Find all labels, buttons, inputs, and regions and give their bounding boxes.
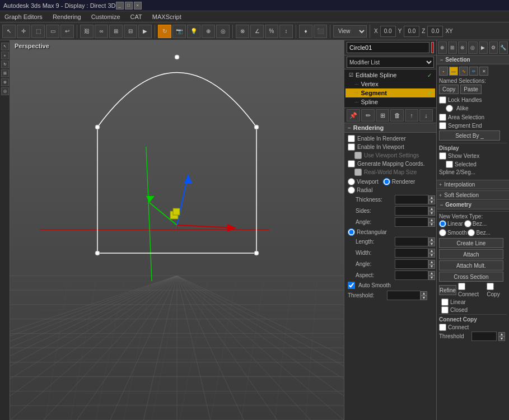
angle-radial-down[interactable]: ▼ <box>428 222 435 227</box>
panel-icon3[interactable]: ⊗ <box>458 41 467 54</box>
length-down[interactable]: ▼ <box>428 242 435 246</box>
tool-move[interactable]: ✛ <box>17 25 30 38</box>
menu-cat[interactable]: CAT <box>128 13 144 20</box>
thickness-input[interactable]: 1.0 <box>395 195 428 204</box>
aspect-up[interactable]: ▲ <box>428 271 435 276</box>
segment-icon[interactable]: — <box>449 67 458 76</box>
refine-copy-check[interactable] <box>487 283 494 290</box>
angle-radial-input[interactable]: 0.0 <box>395 217 428 227</box>
ls-scale[interactable]: ⊞ <box>1 69 9 77</box>
tool-bind[interactable]: ∞ <box>95 25 108 38</box>
tool-render[interactable]: ⬛ <box>314 25 327 38</box>
modifier-spline[interactable]: ··· Spline <box>345 97 435 106</box>
stack-delete[interactable]: 🗑 <box>390 109 404 122</box>
tool-camera[interactable]: 📷 <box>172 25 186 38</box>
modifier-list-select[interactable]: Modifier List <box>347 57 434 68</box>
panel-icon2[interactable]: ⊞ <box>448 41 457 54</box>
vertex-icon[interactable]: • <box>439 67 448 76</box>
pen-icon[interactable]: ✏ <box>469 67 478 76</box>
stack-up[interactable]: ↑ <box>405 109 418 122</box>
length-up[interactable]: ▲ <box>428 237 435 242</box>
tool-undo[interactable]: ↩ <box>60 25 74 38</box>
tool-angle-snap[interactable]: ∠ <box>250 25 264 38</box>
show-vertex-check[interactable] <box>439 152 446 160</box>
panel-icon1[interactable]: ⊕ <box>438 41 447 54</box>
paste-named-sel-btn[interactable]: Paste <box>460 85 482 94</box>
copy-named-sel-btn[interactable]: Copy <box>439 85 459 94</box>
menu-rendering[interactable]: Rendering <box>50 13 83 20</box>
angle-rect-input[interactable]: 0.0 <box>395 259 428 269</box>
bezier-corner-radio[interactable] <box>468 229 475 236</box>
seg-end-check[interactable] <box>439 122 446 129</box>
aspect-input[interactable]: 0.4 <box>395 270 428 280</box>
modifier-vertex[interactable]: ··· Vertex <box>345 80 435 88</box>
cross-section-btn[interactable]: Cross Section <box>439 272 503 282</box>
aspect-down[interactable]: ▼ <box>428 276 435 280</box>
auto-smooth-check[interactable] <box>348 282 355 289</box>
threshold-down[interactable]: ▼ <box>421 296 427 300</box>
width-up[interactable]: ▲ <box>428 249 435 253</box>
tool-helper[interactable]: ⊕ <box>202 25 215 38</box>
threshold-up[interactable]: ▲ <box>421 291 427 296</box>
length-input[interactable]: 2.0 <box>395 237 428 246</box>
menu-graph-editors[interactable]: Graph Editors <box>2 13 45 20</box>
ls-arc[interactable]: ◎ <box>1 87 9 95</box>
select-by-btn[interactable]: Select By _ <box>439 130 500 141</box>
threshold-geom-input[interactable]: 0.1 <box>471 332 497 341</box>
stack-down[interactable]: ↓ <box>419 109 433 122</box>
connect-check-input[interactable] <box>439 324 446 331</box>
thickness-down[interactable]: ▼ <box>428 200 435 204</box>
stack-edit[interactable]: ✏ <box>361 109 375 122</box>
tool-select2[interactable]: ⬚ <box>31 25 45 38</box>
ls-zoom[interactable]: ⊕ <box>1 78 9 86</box>
angle-radial-up[interactable]: ▲ <box>428 218 435 222</box>
sides-up[interactable]: ▲ <box>428 207 435 211</box>
gen-mapping-check[interactable] <box>348 160 355 167</box>
tool-hierarchy[interactable]: ⊞ <box>109 25 123 38</box>
area-sel-check[interactable] <box>439 114 446 121</box>
lock-handles-check[interactable] <box>439 96 446 104</box>
renderer-radio[interactable] <box>383 178 390 185</box>
stack-pin[interactable]: 📌 <box>347 109 360 122</box>
use-viewport-settings-check[interactable] <box>354 152 362 159</box>
tool-light[interactable]: 💡 <box>187 25 200 38</box>
threshold-input[interactable]: 40.0 <box>387 291 421 300</box>
width-input[interactable]: 5.0 <box>395 248 428 258</box>
enable-renderer-check[interactable] <box>348 135 355 142</box>
viewport[interactable]: Perspective <box>10 40 344 420</box>
interpolation-header[interactable]: + Interpolation <box>437 180 509 189</box>
viewport-radio[interactable] <box>348 178 355 185</box>
smooth-radio[interactable] <box>439 229 446 236</box>
tool-material[interactable]: ♦ <box>299 25 312 38</box>
ls-move[interactable]: + <box>1 52 9 59</box>
create-line-btn[interactable]: Create Line <box>439 238 503 248</box>
linear-check[interactable] <box>441 298 449 306</box>
thickness-up[interactable]: ▲ <box>428 195 435 200</box>
enable-viewport-check[interactable] <box>348 143 355 151</box>
modifier-editable-spline[interactable]: ☑ Editable Spline ✓ <box>345 71 435 80</box>
tool-rotate-active[interactable]: ↻ <box>158 25 171 38</box>
bezier-radio[interactable] <box>464 220 471 227</box>
coord-y-input[interactable] <box>404 26 419 37</box>
alike-radio[interactable] <box>446 105 453 112</box>
object-color-swatch[interactable] <box>431 42 434 53</box>
soft-selection-header[interactable]: + Soft Selection <box>437 190 509 200</box>
tool-snap[interactable]: ⊗ <box>236 25 249 38</box>
tool-pct-snap[interactable]: % <box>265 25 278 38</box>
stack-instance[interactable]: ⊞ <box>376 109 389 122</box>
linear-radio[interactable] <box>439 220 446 227</box>
menu-customize[interactable]: Customize <box>89 13 123 20</box>
closed-check[interactable] <box>441 306 449 314</box>
width-down[interactable]: ▼ <box>428 253 435 258</box>
selection-header[interactable]: − Selection <box>437 55 509 64</box>
tool-spinner-snap[interactable]: ↕ <box>279 25 293 38</box>
real-world-check[interactable] <box>354 169 362 176</box>
radial-radio[interactable] <box>348 186 355 194</box>
tool-link[interactable]: ⛓ <box>80 25 94 38</box>
attach-mult-btn[interactable]: Attach Mult. <box>439 260 503 270</box>
geometry-header[interactable]: − Geometry <box>437 200 509 209</box>
maximize-btn[interactable]: □ <box>125 2 133 10</box>
attach-btn[interactable]: Attach <box>439 249 503 259</box>
ls-rotate[interactable]: ↻ <box>1 60 9 68</box>
window-controls[interactable]: _ □ × <box>116 2 142 10</box>
